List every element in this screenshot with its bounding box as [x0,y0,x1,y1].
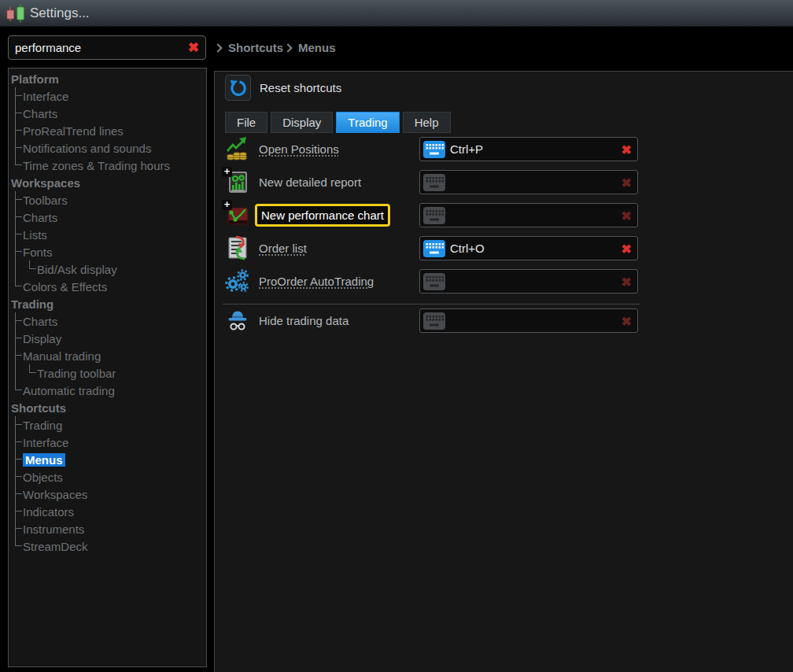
window-title: Settings... [30,6,90,21]
tree-connector [9,347,23,364]
shortcut-row: Open Positions Ctrl+P ✖ [225,137,784,161]
tree-connector [9,87,23,105]
title-bar: Settings... [0,0,793,27]
remove-shortcut-icon[interactable]: ✖ [621,274,632,289]
shortcuts-panel: Reset shortcuts File Display Trading Hel… [214,71,793,672]
remove-shortcut-icon[interactable]: ✖ [621,241,632,256]
tree-item-indicators[interactable]: Indicators [9,503,206,520]
new-performance-chart-icon [225,202,252,229]
keyboard-icon [423,240,445,257]
tree-connector [9,122,23,139]
tree-connector [9,260,23,278]
shortcut-action-link[interactable]: Order list [259,242,307,255]
keyboard-icon [423,207,445,224]
tree-item-bid-ask-display[interactable]: Bid/Ask display [9,260,206,278]
shortcut-field[interactable]: ✖ [419,203,638,227]
tree-item-interface[interactable]: Interface [9,87,206,105]
remove-shortcut-icon[interactable]: ✖ [621,313,632,328]
tree-item-shortcuts-trading[interactable]: Trading [9,416,206,434]
row-separator [223,304,640,305]
shortcut-action-link[interactable]: ProOrder AutoTrading [259,275,374,288]
tree-item-time-zones[interactable]: Time zones & Trading hours [9,157,206,174]
tree-item-instruments[interactable]: Instruments [9,520,206,537]
tab-file[interactable]: File [225,112,267,133]
tree-item-streamdeck[interactable]: StreamDeck [9,537,206,555]
keyboard-icon [423,174,445,191]
breadcrumb-item-menus[interactable]: Menus [298,41,336,54]
shortcut-tabs: File Display Trading Help [225,112,451,133]
shortcut-row: New performance chart ✖ [225,203,784,227]
tree-item-toolbars[interactable]: Toolbars [9,191,206,209]
tree-connector [9,139,23,157]
reset-shortcuts-row: Reset shortcuts [225,75,341,101]
tree-item-manual-trading[interactable]: Manual trading [9,347,206,364]
tree-item-objects[interactable]: Objects [9,468,206,486]
tree-section-platform[interactable]: Platform [9,70,206,87]
tree-connector [9,105,23,122]
undo-icon [229,79,248,98]
shortcut-field[interactable]: ✖ [419,269,638,294]
shortcut-action-label-highlighted[interactable]: New performance chart [255,204,390,227]
tree-connector [9,416,23,434]
proorder-autotrading-icon [225,268,252,295]
shortcut-action-link[interactable]: Open Positions [259,142,339,156]
tab-display[interactable]: Display [271,112,333,133]
tree-item-fonts[interactable]: Fonts [9,243,206,260]
tree-connector [9,312,23,330]
reset-shortcuts-label: Reset shortcuts [260,81,341,94]
tree-connector [9,243,23,260]
tree-item-trading-display[interactable]: Display [9,330,206,347]
tree-item-trading-toolbar[interactable]: Trading toolbar [9,364,206,382]
tree-connector [9,226,23,243]
shortcut-row: Hide trading data ✖ [225,308,784,333]
tree-connector [9,468,23,486]
shortcut-field[interactable]: ✖ [419,170,638,194]
tree-item-shortcuts-interface[interactable]: Interface [9,434,206,451]
tree-connector [9,278,23,295]
tree-item-shortcuts-workspaces[interactable]: Workspaces [9,486,206,503]
new-detailed-report-icon [225,169,252,196]
remove-shortcut-icon[interactable]: ✖ [621,142,632,157]
shortcut-action-label[interactable]: New detailed report [259,175,361,189]
tree-item-automatic-trading[interactable]: Automatic trading [9,382,206,399]
tree-connector [9,191,23,209]
remove-shortcut-icon[interactable]: ✖ [621,175,632,190]
clear-search-icon[interactable]: ✖ [182,39,205,56]
search-input[interactable] [9,36,182,59]
tree-section-trading[interactable]: Trading [9,295,206,312]
tree-item-prorealtrend-lines[interactable]: ProRealTrend lines [9,122,206,139]
tree-section-shortcuts[interactable]: Shortcuts [9,399,206,416]
tree-connector [9,382,23,399]
tree-connector [9,451,23,468]
remove-shortcut-icon[interactable]: ✖ [621,208,632,223]
keyboard-icon [423,273,445,290]
tree-item-menus-selected[interactable]: Menus [9,451,206,468]
tree-item-lists[interactable]: Lists [9,226,206,243]
tree-connector [9,503,23,520]
shortcut-field[interactable]: Ctrl+O ✖ [419,236,638,260]
tab-help[interactable]: Help [403,112,451,133]
reset-shortcuts-button[interactable] [225,75,251,101]
tree-item-trading-charts[interactable]: Charts [9,312,206,330]
open-positions-icon [225,136,252,163]
tree-connector [9,537,23,555]
tree-item-colors-effects[interactable]: Colors & Effects [9,278,206,295]
shortcut-field[interactable]: ✖ [419,308,638,333]
breadcrumb-item-shortcuts[interactable]: Shortcuts [228,41,283,54]
tree-connector [9,157,23,174]
shortcut-field[interactable]: Ctrl+P ✖ [419,137,638,161]
order-list-icon [225,235,252,262]
tree-section-workspaces[interactable]: Workspaces [9,174,206,191]
tab-trading[interactable]: Trading [336,112,399,133]
tree-connector [9,364,23,382]
shortcut-action-label[interactable]: Hide trading data [259,314,349,327]
keyboard-icon [423,312,445,330]
shortcut-row: ProOrder AutoTrading ✖ [225,269,784,294]
shortcut-value: Ctrl+P [450,142,483,156]
breadcrumb: Shortcuts Menus [213,35,336,60]
tree-item-notifications-and-sounds[interactable]: Notifications and sounds [9,139,206,157]
tree-item-charts[interactable]: Charts [9,105,206,122]
settings-search: ✖ [8,35,206,60]
keyboard-icon [423,141,445,158]
tree-item-charts-2[interactable]: Charts [9,209,206,226]
